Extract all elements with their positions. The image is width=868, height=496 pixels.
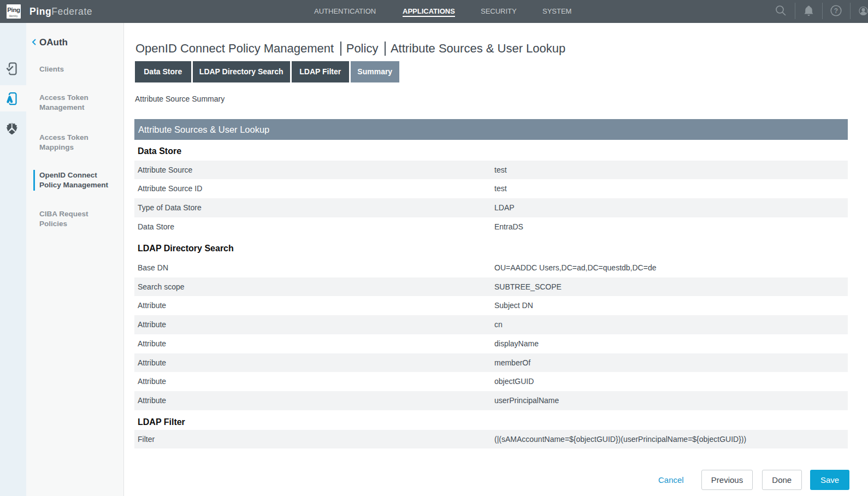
svg-text:?: ? xyxy=(834,7,838,15)
